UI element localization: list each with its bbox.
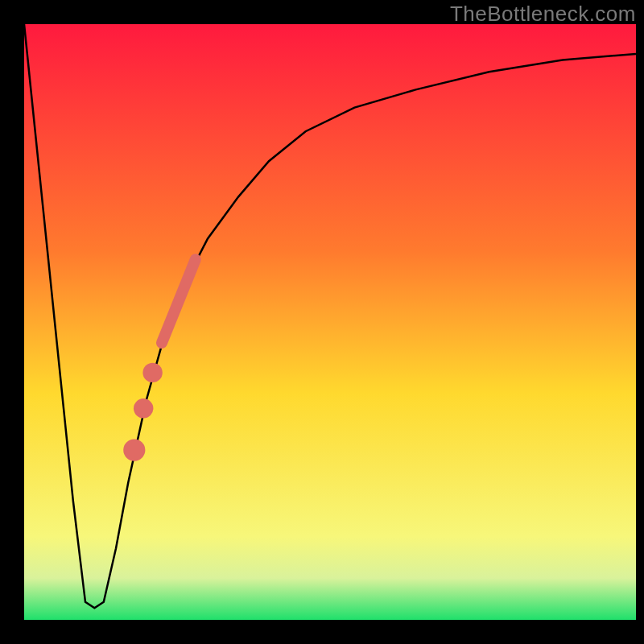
dot-1 <box>142 363 162 382</box>
watermark-text: TheBottleneck.com <box>450 2 636 27</box>
dot-3 <box>123 440 145 461</box>
chart-frame: TheBottleneck.com <box>0 0 644 644</box>
gradient-background <box>24 24 636 620</box>
dot-2 <box>134 398 153 418</box>
bottleneck-chart <box>0 0 644 644</box>
